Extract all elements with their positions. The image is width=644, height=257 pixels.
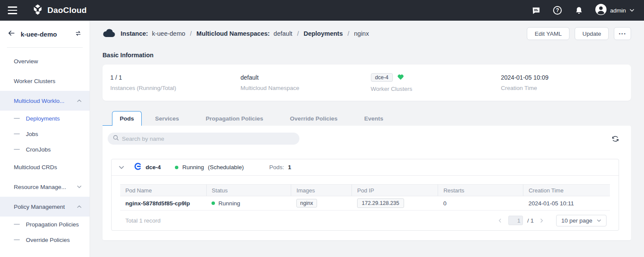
sidebar-group-multicloud-workloads[interactable]: Multicloud Worklo... (0, 91, 90, 111)
dash-icon (14, 118, 20, 119)
col-images: Images (291, 185, 352, 196)
pods-count-label: Pods: (269, 164, 284, 170)
pod-name-link[interactable]: nginx-5878fd5f85-cp9lp (120, 196, 206, 211)
dash-icon (14, 149, 20, 150)
pod-status: Running (218, 200, 240, 207)
next-page-icon[interactable] (538, 217, 546, 224)
edit-yaml-button[interactable]: Edit YAML (527, 27, 569, 40)
info-field-instances: 1 / 1 Instances (Running/Total) (110, 74, 240, 91)
tab-propagation-policies[interactable]: Propagation Policies (193, 111, 277, 126)
status-dot-icon (212, 201, 215, 205)
breadcrumb-instance-label: Instance: (121, 30, 148, 37)
menu-icon[interactable] (8, 6, 18, 14)
chevron-up-icon (77, 98, 82, 103)
sidebar-item-cronjobs[interactable]: CronJobs (0, 142, 90, 157)
user-name: admin (610, 7, 626, 14)
dash-icon (14, 239, 20, 240)
col-pod-ip: Pod IP (352, 185, 438, 196)
pod-ip-chip[interactable]: 172.29.128.235 (357, 198, 404, 208)
basic-information-title: Basic Information (103, 52, 631, 59)
info-field-namespace: default Multicloud Namespace (240, 74, 370, 91)
avatar (595, 4, 607, 17)
sidebar-item-propagation-policies[interactable]: Propagation Policies (0, 217, 90, 232)
page-size-select[interactable]: 10 per page (556, 215, 607, 226)
sidebar: k-uee-demo Overview Worker Clusters Mult… (0, 21, 90, 257)
col-status: Status (206, 185, 291, 196)
daocloud-logo-icon (32, 4, 44, 17)
pod-restarts: 0 (438, 196, 523, 211)
pods-table: Pod Name Status Images Pod IP Restarts C… (120, 184, 610, 211)
table-row: nginx-5878fd5f85-cp9lp Running nginx 172… (120, 196, 610, 211)
breadcrumb-instance-value[interactable]: k-uee-demo (152, 30, 185, 37)
main-content: Instance: k-uee-demo / Multicloud Namesp… (90, 21, 644, 257)
tab-events[interactable]: Events (351, 111, 396, 126)
page-number-input[interactable] (508, 216, 523, 225)
pods-count-value: 1 (288, 164, 291, 170)
search-input[interactable] (122, 136, 294, 142)
pods-panel: dce-4 Running (Schedulable) Pods:1 Pod N… (103, 126, 631, 240)
cluster-card-header[interactable]: dce-4 Running (Schedulable) Pods:1 (112, 159, 619, 176)
prev-page-icon[interactable] (496, 217, 504, 224)
chevron-up-icon (77, 204, 82, 209)
tab-services[interactable]: Services (142, 111, 193, 126)
cluster-name: dce-4 (146, 164, 161, 170)
messages-icon[interactable] (531, 5, 541, 15)
sidebar-item-deployments[interactable]: Deployments (0, 111, 90, 126)
basic-information-card: 1 / 1 Instances (Running/Total) default … (103, 65, 631, 101)
dce-cluster-logo-icon (134, 163, 142, 172)
tab-override-policies[interactable]: Override Policies (277, 111, 351, 126)
breadcrumb-deployments[interactable]: Deployments (304, 30, 343, 37)
tab-bar: Pods Services Propagation Policies Overr… (103, 111, 631, 126)
notifications-icon[interactable] (574, 5, 584, 15)
info-field-worker-clusters: dce-4 Worker Clusters (371, 73, 501, 92)
chevron-down-icon (77, 184, 82, 189)
table-header-row: Pod Name Status Images Pod IP Restarts C… (120, 185, 610, 196)
col-restarts: Restarts (438, 185, 523, 196)
breadcrumb-namespace-value[interactable]: default (274, 30, 292, 37)
more-actions-button[interactable]: ••• (614, 27, 631, 40)
worker-cluster-tag[interactable]: dce-4 (371, 73, 393, 82)
brand-name: DaoCloud (47, 6, 87, 15)
switch-instance-icon[interactable] (75, 30, 82, 39)
user-menu[interactable]: admin (595, 4, 635, 17)
update-button[interactable]: Update (575, 27, 609, 40)
pod-creation-time: 2024-01-05 10:11 (523, 196, 610, 211)
breadcrumb: Instance: k-uee-demo / Multicloud Namesp… (103, 28, 369, 39)
brand: DaoCloud (32, 4, 87, 17)
pagination: / 1 10 per page (496, 215, 607, 226)
tab-pods[interactable]: Pods (112, 111, 142, 126)
info-field-creation-time: 2024-01-05 10:09 Creation Time (501, 74, 631, 91)
cluster-card: dce-4 Running (Schedulable) Pods:1 Pod N… (111, 159, 619, 231)
chevron-down-icon (629, 8, 635, 13)
sidebar-group-resource-management[interactable]: Resource Manage... (0, 177, 90, 197)
refresh-icon[interactable] (610, 134, 620, 143)
cluster-instance-title: k-uee-demo (21, 31, 68, 38)
cluster-schedulable: (Schedulable) (208, 164, 244, 170)
dash-icon (14, 133, 20, 134)
collapse-chevron-icon[interactable] (118, 164, 124, 170)
image-chip[interactable]: nginx (296, 199, 317, 207)
sidebar-item-jobs[interactable]: Jobs (0, 126, 90, 142)
dash-icon (14, 224, 20, 225)
breadcrumb-namespaces-label: Multicloud Namespaces: (196, 30, 270, 37)
breadcrumb-resource: nginx (354, 30, 369, 37)
sidebar-item-worker-clusters[interactable]: Worker Clusters (0, 71, 90, 91)
col-creation-time: Creation Time (523, 185, 610, 196)
page-total: / 1 (527, 217, 534, 224)
sidebar-item-overview[interactable]: Overview (0, 51, 90, 71)
sidebar-item-override-policies[interactable]: Override Policies (0, 232, 90, 248)
back-icon[interactable] (7, 29, 15, 39)
chevron-down-icon (597, 218, 601, 223)
search-icon (113, 135, 119, 142)
cluster-status: Running (182, 164, 204, 170)
search-box[interactable] (108, 133, 299, 145)
sidebar-item-multicloud-crds[interactable]: Multicloud CRDs (0, 157, 90, 177)
cloud-icon (103, 28, 115, 39)
total-records: Total 1 record (125, 217, 161, 224)
heart-icon (397, 74, 404, 81)
sidebar-group-policy-management[interactable]: Policy Management (0, 197, 90, 217)
col-pod-name: Pod Name (120, 185, 206, 196)
topbar: DaoCloud ? admin (0, 0, 644, 21)
status-dot-icon (175, 166, 178, 169)
help-icon[interactable]: ? (552, 5, 563, 15)
